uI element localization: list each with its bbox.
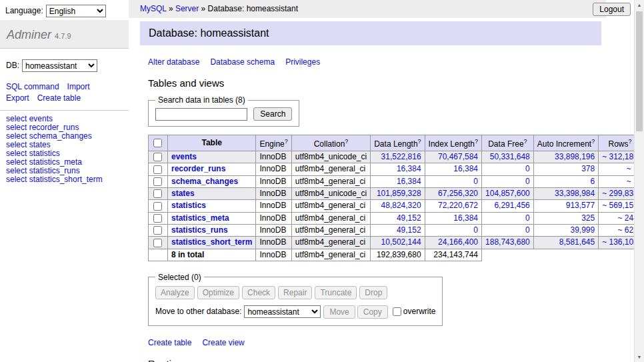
search-input[interactable] (155, 108, 247, 121)
column-header-data-free: Data Free? (482, 135, 534, 151)
db-action-link[interactable]: Alter database (148, 57, 199, 67)
data-free-cell: 188,743,680 (482, 237, 534, 249)
data-free-link[interactable]: 104,857,600 (485, 189, 530, 198)
sidebar-action-link[interactable]: Import (67, 82, 90, 91)
row-checkbox[interactable] (153, 153, 162, 161)
scrollbar-up-arrow[interactable]: ▲ (635, 0, 644, 10)
column-header-engine: Engine? (256, 135, 291, 151)
scrollbar[interactable]: ▲ ▼ (634, 0, 644, 362)
data-length-link[interactable]: 101,859,328 (377, 189, 421, 198)
sidebar-action-link[interactable]: SQL command (6, 82, 59, 91)
logout-button[interactable]: Logout (593, 3, 631, 16)
data-free-link[interactable]: 0 (525, 225, 530, 235)
breadcrumb-link[interactable]: MySQL (140, 4, 167, 13)
auto-increment-link[interactable]: 33,898,196 (555, 152, 595, 161)
sidebar-action-link[interactable]: Export (6, 93, 29, 103)
column-header-table: Table (168, 135, 256, 151)
check-all-cell (149, 135, 168, 151)
table-name-link[interactable]: statistics_short_term (171, 237, 252, 247)
data-length-link[interactable]: 48,824,320 (381, 201, 421, 210)
table-name-link[interactable]: states (171, 189, 195, 198)
breadcrumb-link[interactable]: Server (175, 4, 199, 13)
rows-link[interactable]: ~ 569,159 (602, 201, 638, 210)
sidebar-action-link[interactable]: Create table (37, 93, 81, 103)
scrollbar-thumb[interactable] (636, 11, 643, 131)
create-view-link[interactable]: Create view (202, 338, 244, 347)
header-row: TableEngine?Collation?Data Length?Index … (149, 135, 644, 151)
table-name-link[interactable]: events (171, 152, 197, 161)
tables-table: TableEngine?Collation?Data Length?Index … (148, 135, 644, 261)
create-table-link[interactable]: Create table (148, 338, 191, 347)
data-length-link[interactable]: 16,384 (397, 177, 421, 186)
breadcrumb-separator: » (167, 4, 175, 13)
index-length-link[interactable]: 24,166,400 (438, 237, 478, 247)
table-name-link[interactable]: statistics_runs (171, 225, 228, 235)
move-label: Move to other database: (155, 307, 241, 316)
auto-increment-link[interactable]: 39,999 (570, 225, 595, 235)
table-row: schema_changesInnoDButf8mb4_general_ci16… (149, 175, 644, 187)
data-free-link[interactable]: 0 (525, 164, 530, 173)
auto-increment-cell: 39,999 (533, 224, 598, 236)
data-length-link[interactable]: 10,502,144 (381, 237, 421, 247)
row-checkbox[interactable] (153, 165, 162, 174)
index-length-link[interactable]: 72,220,672 (438, 201, 478, 210)
table-name-link[interactable]: schema_changes (171, 177, 238, 186)
row-checkbox[interactable] (153, 214, 162, 223)
auto-increment-link[interactable]: 378 (581, 164, 595, 173)
row-checkbox[interactable] (153, 226, 162, 235)
row-checkbox[interactable] (153, 202, 162, 211)
data-free-link[interactable]: 0 (525, 213, 530, 223)
scrollbar-down-arrow[interactable]: ▼ (635, 352, 644, 362)
table-name-link[interactable]: statistics (171, 201, 206, 210)
column-header-data-length: Data Length? (371, 135, 425, 151)
check-all-checkbox[interactable] (153, 139, 162, 147)
rows-link[interactable]: ~ 312,180 (602, 152, 638, 161)
row-checkbox[interactable] (153, 239, 162, 247)
search-button[interactable]: Search (253, 107, 292, 121)
tables-table-body: eventsInnoDButf8mb4_unicode_ci31,522,816… (149, 151, 644, 261)
breadcrumb-separator: » (199, 4, 207, 13)
db-select[interactable]: homeassistant (22, 59, 97, 72)
auto-increment-link[interactable]: 8,581,645 (559, 237, 595, 247)
auto-increment-link[interactable]: 913,577 (566, 201, 595, 210)
data-length-cell: 49,152 (371, 224, 425, 236)
data-free-cell: 0 (482, 163, 534, 175)
index-length-link[interactable]: 70,467,584 (438, 152, 478, 161)
table-name-link[interactable]: statistics_meta (171, 213, 229, 223)
collation-cell: utf8mb4_general_ci (291, 212, 370, 224)
auto-increment-link[interactable]: 6 (590, 177, 595, 186)
index-length-cell: 70,467,584 (425, 151, 481, 163)
overwrite-checkbox[interactable] (393, 307, 401, 316)
total-label-cell: 8 in total (168, 249, 256, 261)
rows-link[interactable]: ~ 136,108 (602, 237, 638, 247)
index-length-link[interactable]: 0 (473, 177, 478, 186)
data-length-link[interactable]: 16,384 (397, 164, 421, 173)
db-action-link[interactable]: Privileges (285, 57, 320, 67)
data-free-link[interactable]: 50,331,648 (490, 152, 530, 161)
table-name-link[interactable]: recorder_runs (171, 164, 225, 173)
auto-increment-link[interactable]: 325 (581, 213, 595, 223)
data-length-link[interactable]: 49,152 (397, 213, 421, 223)
column-header-auto-increment: Auto Increment? (533, 135, 598, 151)
auto-increment-link[interactable]: 33,398,984 (555, 189, 595, 198)
index-length-link[interactable]: 67,256,320 (438, 189, 478, 198)
data-length-cell: 16,384 (371, 175, 425, 187)
total-row: 8 in totalInnoDButf8mb4_general_ci192,83… (149, 249, 644, 261)
data-length-link[interactable]: 49,152 (397, 225, 421, 235)
row-checkbox[interactable] (153, 177, 162, 186)
data-free-link[interactable]: 0 (525, 177, 530, 186)
data-free-link[interactable]: 188,743,680 (485, 237, 530, 247)
sidebar-table-link[interactable]: select statistics_short_term (6, 175, 129, 184)
auto-increment-cell: 33,398,984 (533, 187, 598, 199)
move-db-select[interactable]: homeassistant (244, 305, 321, 318)
index-length-link[interactable]: 0 (473, 225, 478, 235)
index-length-link[interactable]: 16,384 (453, 213, 478, 223)
db-action-link[interactable]: Database schema (210, 57, 275, 67)
data-free-link[interactable]: 6,291,456 (494, 201, 529, 210)
rows-link[interactable]: ~ 299,833 (602, 189, 638, 198)
row-checkbox[interactable] (153, 189, 162, 198)
data-free-cell: 0 (482, 175, 534, 187)
index-length-link[interactable]: 16,384 (453, 164, 478, 173)
data-length-link[interactable]: 31,522,816 (381, 152, 421, 161)
language-select[interactable]: English (46, 5, 106, 17)
